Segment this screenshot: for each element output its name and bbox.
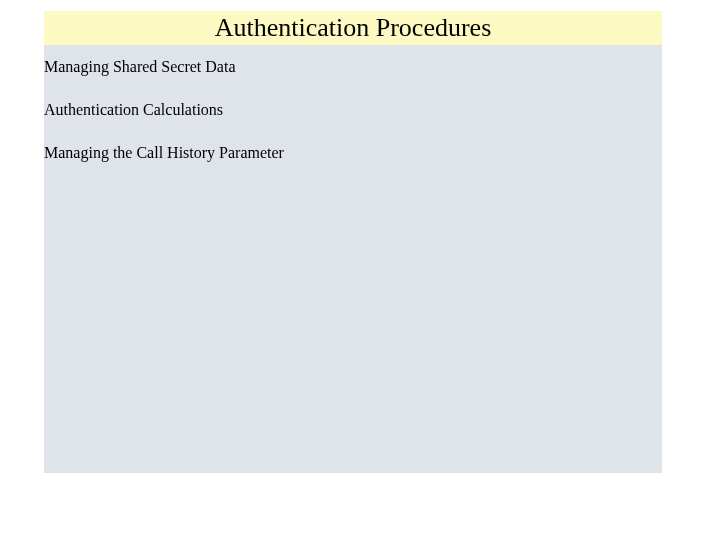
page-title: Authentication Procedures [215, 13, 492, 43]
list-item: Managing the Call History Parameter [44, 143, 662, 164]
title-bar: Authentication Procedures [44, 11, 662, 45]
items-container: Managing Shared Secret Data Authenticati… [44, 57, 662, 185]
list-item: Authentication Calculations [44, 100, 662, 121]
list-item: Managing Shared Secret Data [44, 57, 662, 78]
slide: Authentication Procedures Managing Share… [0, 0, 720, 540]
